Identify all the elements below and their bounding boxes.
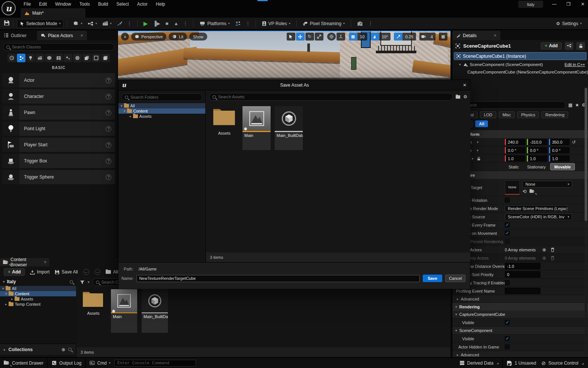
help-icon[interactable]: ? — [106, 158, 111, 164]
scale-snap-toggle[interactable] — [394, 33, 402, 41]
search-assets-box[interactable]: Search Assets — [209, 93, 453, 101]
dialog-header[interactable]: u Save Asset As ✕ — [118, 80, 470, 90]
add-array-element-icon[interactable]: ⊕ — [542, 255, 546, 261]
cb-folder-search-icon[interactable] — [70, 280, 73, 284]
tab-outliner[interactable]: Outliner — [0, 31, 30, 40]
toolbar-overflow-kebab[interactable]: ⋮ — [125, 21, 134, 26]
component-row-scenecomponent[interactable]: ▾ SceneComponent (SceneComponent) Edit i… — [452, 61, 588, 68]
scale-y[interactable]: 1.0 — [527, 155, 548, 162]
back-icon[interactable]: ← — [83, 269, 89, 275]
add-component-button[interactable]: +Add — [541, 42, 562, 50]
scale-z[interactable]: 1.0 — [549, 155, 570, 162]
perspective-dropdown[interactable]: Perspective — [131, 33, 166, 41]
cb-add-button[interactable]: +Add — [4, 268, 25, 276]
component-row-capturecomponent[interactable]: CaptureComponentCube (NewSceneCaptureCom… — [452, 68, 588, 76]
rotation-snap-toggle[interactable] — [371, 33, 379, 41]
maximize-button[interactable]: ❐ — [563, 0, 574, 8]
add-actor-dropdown[interactable]: ▾ — [71, 20, 85, 28]
close-button[interactable]: ✕ — [577, 0, 588, 8]
tab-close-icon[interactable]: × — [494, 33, 497, 38]
chip-rendering[interactable]: Rendering — [542, 111, 568, 118]
clear-array-icon[interactable] — [551, 256, 555, 260]
save-button[interactable]: Save — [423, 275, 442, 282]
help-icon[interactable]: ? — [106, 110, 111, 116]
capture-rotation-checkbox[interactable] — [505, 198, 510, 203]
cb-tree-assets[interactable]: ▸Assets — [0, 296, 76, 302]
surface-snap-toggle[interactable] — [337, 33, 345, 41]
list-item-actor[interactable]: Actor ? — [2, 73, 115, 87]
group-scenecomponent[interactable]: ▾SceneComponent — [452, 327, 588, 335]
category-fx-icon[interactable] — [64, 54, 72, 62]
menu-build[interactable]: Build — [94, 0, 112, 8]
camera-speed-value[interactable]: 4 — [428, 33, 435, 41]
platforms-dropdown[interactable]: Platforms▾ — [197, 20, 232, 28]
output-log-button[interactable]: Output Log — [52, 360, 81, 366]
category-cinematic-icon[interactable] — [36, 54, 44, 62]
rotate-tool[interactable]: ↻ — [305, 33, 314, 41]
mobility-stationary[interactable]: Stationary — [524, 163, 550, 170]
cmd-dropdown[interactable]: Cmd▾ — [90, 360, 110, 366]
mobility-static[interactable]: Static — [505, 163, 523, 170]
cb-project-row[interactable]: ▾Italy — [0, 278, 76, 286]
move-tool[interactable] — [296, 33, 305, 41]
scale-x[interactable]: 1.0 — [505, 155, 525, 162]
texture-target-dropdown[interactable]: None▾ — [522, 181, 572, 188]
max-view-distance-input[interactable] — [505, 263, 540, 269]
lit-dropdown[interactable]: Lit — [169, 33, 187, 41]
scale-snap-value[interactable]: 0.25 — [402, 33, 416, 41]
menu-edit[interactable]: Edit — [35, 0, 51, 8]
profiling-event-input[interactable] — [505, 288, 540, 294]
add-array-element-icon[interactable]: ⊕ — [542, 247, 546, 252]
media-capture-icon[interactable] — [355, 20, 366, 28]
chip-lod[interactable]: LOD — [480, 111, 496, 118]
save-icon[interactable] — [4, 20, 10, 27]
tab-content-browser[interactable]: Content Browser × — [0, 258, 49, 266]
dialog-tree-content[interactable]: ▾Content — [118, 108, 205, 114]
section-capture[interactable]: ▾Capture — [452, 171, 588, 179]
help-icon[interactable]: ? — [106, 78, 111, 83]
frame-skip-button[interactable]: ▐▶ — [150, 19, 163, 28]
category-all-icon[interactable] — [101, 54, 110, 62]
pixel-streaming-dropdown[interactable]: Pixel Streaming▾ — [300, 20, 347, 28]
dialog-asset-main-builtdata[interactable]: Main_BuiltData — [274, 106, 303, 150]
unlock-icon[interactable] — [576, 42, 585, 50]
help-icon[interactable]: ? — [106, 94, 111, 99]
chip-misc[interactable]: Misc — [499, 111, 515, 118]
landscape-brush-icon[interactable] — [114, 20, 125, 27]
component-row-instance[interactable]: SceneCaptureCube1 (Instance) — [454, 52, 587, 60]
clear-array-icon[interactable] — [551, 248, 555, 252]
multi-user-kebab[interactable]: ⋮ — [244, 21, 252, 26]
cb-tree-content[interactable]: ▾Content — [0, 291, 76, 296]
viewport-options-menu[interactable]: ≡ — [121, 33, 129, 41]
list-item-character[interactable]: Character ? — [2, 89, 115, 104]
capture-source-dropdown[interactable]: SceneColor (HDR) in RGB, Inv Opacity▾ — [505, 213, 572, 220]
unreal-logo[interactable]: u — [1, 1, 16, 15]
chip-all[interactable]: All — [475, 120, 488, 127]
unsaved-button[interactable]: 1 Unsaved — [507, 360, 536, 366]
every-frame-checkbox[interactable] — [505, 222, 510, 227]
render-mode-dropdown[interactable]: Render Scene Primitives (Legacy)▾ — [505, 205, 568, 212]
collections-bar[interactable]: ▸Collections ⊕ — [0, 344, 75, 355]
vp-roles-dropdown[interactable]: VP Roles▾ — [259, 20, 293, 28]
cancel-button[interactable]: Cancel — [445, 275, 465, 282]
blueprint-edit-icon[interactable] — [565, 42, 573, 50]
camera-speed-icon[interactable] — [419, 33, 428, 41]
minimize-button[interactable]: — — [549, 0, 560, 8]
dialog-view-settings-gear-icon[interactable]: ⚙ — [463, 94, 467, 99]
cb-asset-folder[interactable]: Assets — [80, 289, 107, 315]
asset-name-input[interactable] — [136, 275, 420, 282]
details-scrollbar[interactable] — [585, 88, 587, 355]
sort-priority-input[interactable] — [505, 271, 540, 278]
selection-mode-dropdown[interactable]: Selection Mode▾ — [17, 19, 64, 28]
on-movement-checkbox[interactable] — [505, 231, 510, 236]
console-command-input[interactable]: Enter Console Command — [114, 360, 196, 366]
list-item-trigger-box[interactable]: Trigger Box ? — [2, 154, 115, 168]
forward-icon[interactable]: → — [94, 269, 100, 275]
maximize-viewport-icon[interactable]: ▦ — [439, 33, 447, 41]
derived-data-button[interactable]: Derived Data ◢ — [459, 360, 499, 366]
actor-hidden-checkbox[interactable] — [505, 344, 510, 349]
tab-details[interactable]: Details × — [452, 31, 500, 40]
location-x[interactable]: 240.0 — [505, 139, 525, 145]
multi-user-icon[interactable] — [232, 20, 244, 27]
list-item-player-start[interactable]: Player Start ? — [2, 138, 115, 152]
